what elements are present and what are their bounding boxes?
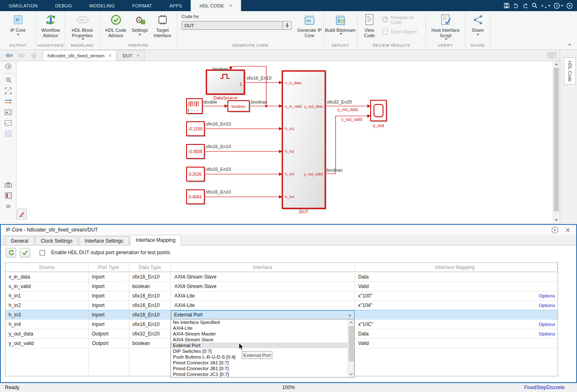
refresh-button[interactable] — [6, 248, 16, 257]
options-link[interactable]: Options — [539, 322, 555, 327]
constant-block-4[interactable]: 0.4064 — [187, 190, 206, 205]
resize-grip[interactable]: ⋰ — [571, 387, 575, 391]
sample-time-legend-button[interactable] — [17, 209, 27, 220]
header-data-type[interactable]: Data Type — [129, 263, 171, 272]
dropdown-item-pmod-jc1[interactable]: Pmod Connector JC1 [0:7] — [171, 371, 348, 377]
image-icon[interactable] — [0, 118, 17, 128]
keyboard-icon[interactable] — [547, 52, 556, 60]
panel-tab-general[interactable]: General — [5, 236, 34, 245]
interface-combobox[interactable]: External Port — [171, 310, 354, 319]
dropdown-item-axi4-lite[interactable]: AXI4-Lite — [171, 325, 348, 331]
undo-icon[interactable] — [513, 2, 519, 9]
model-tab-hdlcoder-sfir-fixed-stream[interactable]: hdlcoder_sfir_fixed_stream × — [43, 50, 116, 61]
area-box-icon[interactable] — [0, 128, 17, 139]
save-icon[interactable] — [504, 2, 510, 9]
table-row[interactable]: h_in2 Inport sfix16_En10 AXI4-Lite x"104… — [5, 300, 558, 310]
hdl-block-properties-button[interactable]: HDL HDL Block Properties — [66, 12, 99, 40]
model-canvas[interactable]: 1 DataSource boolean -0.1339 — [17, 61, 552, 223]
panel-tab-interface-mapping[interactable]: Interface Mapping — [130, 235, 181, 246]
canvas-vscrollbar[interactable] — [553, 61, 559, 223]
panel-tab-interface-settings[interactable]: Interface Settings — [79, 236, 129, 245]
cell-interface[interactable]: AXI4-Lite — [171, 301, 355, 310]
more-actions-icon[interactable]: »★ — [541, 2, 551, 9]
workflow-advisor-button[interactable]: Workflow Advisor — [38, 12, 64, 38]
datasource-block[interactable]: 1 DataSource — [206, 70, 246, 100]
constant-block-2[interactable]: -0.0838 — [187, 144, 206, 160]
tab-debug[interactable]: DEBUG — [46, 0, 80, 11]
view-code-button[interactable]: View Code — [361, 12, 378, 38]
tab-hdl-code[interactable]: HDL CODE × — [191, 0, 241, 11]
signal-lines-icon[interactable] — [0, 96, 17, 107]
table-row[interactable]: h_in1 Inport sfix16_En10 AXI4-Lite x"100… — [5, 291, 558, 300]
minimize-ribbon-icon[interactable] — [566, 2, 573, 9]
y-out-block[interactable]: y_out — [371, 100, 388, 128]
constant-block-1[interactable]: -0.1339 — [187, 122, 206, 137]
signal-builder-block[interactable] — [187, 99, 203, 115]
help-icon[interactable]: ? — [553, 2, 563, 9]
code-for-combobox[interactable]: DUT — [182, 21, 283, 30]
scroll-down-arrow[interactable] — [555, 219, 558, 221]
settings-button[interactable]: ⚙ Settings — [130, 12, 150, 35]
dropdown-scroll-down-icon[interactable] — [349, 373, 353, 375]
options-link[interactable]: Options — [539, 293, 555, 298]
collapse-ribbon-icon[interactable] — [567, 42, 572, 46]
ip-core-button[interactable]: IP IP Core — [2, 12, 35, 35]
dropdown-item-no-interface[interactable]: No Interface Specified — [171, 319, 348, 325]
options-link[interactable]: Options — [539, 303, 555, 308]
build-bitstream-button[interactable]: + + + Build Bitstream — [325, 12, 356, 35]
pin-icon[interactable] — [283, 21, 292, 30]
redo-icon[interactable] — [522, 2, 529, 9]
dut-tab-close-icon[interactable]: × — [137, 53, 140, 59]
search-icon[interactable] — [532, 2, 538, 9]
subsystem-board-icon[interactable] — [0, 190, 17, 201]
hdl-code-side-tab[interactable]: HDL Code — [564, 57, 576, 85]
validate-button[interactable] — [20, 248, 30, 257]
constant-block-3[interactable]: 0.2026 — [187, 167, 206, 182]
host-interface-script-button[interactable]: Host Interface Script — [427, 12, 464, 40]
dropdown-item-pmod-jb1[interactable]: Pmod Connector JB1 [0:7] — [171, 366, 348, 371]
tab-close-icon[interactable]: × — [229, 2, 232, 9]
dropdown-item-axi4-stream-slave[interactable]: AXI4-Stream Slave — [171, 337, 348, 342]
model-tab-dut[interactable]: DUT × — [118, 50, 144, 61]
generate-ip-core-button[interactable]: + + +>≡ Generate IP Core — [296, 12, 323, 38]
dropdown-scroll-up-icon[interactable] — [349, 321, 353, 324]
panel-tab-clock-settings[interactable]: Clock Settings — [35, 236, 78, 245]
convert-block[interactable]: boolean — [228, 101, 251, 113]
tab-apps[interactable]: APPS — [161, 0, 191, 11]
dropdown-item-axi4-stream-master[interactable]: AXI4-Stream Master — [171, 331, 348, 337]
hdl-code-advisor-button[interactable]: HDL Code Advisor — [102, 12, 130, 38]
tab-format[interactable]: FORMAT — [123, 0, 161, 11]
panel-dock-icon[interactable] — [551, 227, 558, 234]
header-interface-mapping[interactable]: Interface Mapping — [355, 263, 558, 272]
dropdown-item-pmod-ja1[interactable]: Pmod Connector JA1 [0:7] — [171, 360, 348, 366]
zoom-tool-icon[interactable] — [0, 75, 17, 85]
test-points-checkbox[interactable] — [40, 250, 45, 255]
scroll-up-arrow[interactable] — [555, 63, 558, 65]
solver-name[interactable]: FixedStepDiscrete — [524, 385, 565, 390]
panel-close-icon[interactable] — [565, 227, 570, 233]
back-arrow-icon[interactable] — [5, 52, 13, 59]
cell-interface[interactable]: AXI4-Lite — [171, 291, 355, 300]
annotation-icon[interactable]: A — [0, 107, 17, 118]
hide-browser-icon[interactable] — [0, 61, 17, 72]
table-row[interactable]: x_in_data Inport sfix16_En10 AXI4-Stream… — [5, 272, 558, 281]
dropdown-item-external-port[interactable]: External Port — [171, 342, 348, 348]
header-interface[interactable]: Interface — [171, 263, 355, 272]
dut-block[interactable]: x_in_data x_in_valid h_in1 h_in2 h_in3 h… — [282, 71, 326, 214]
table-row-selected[interactable]: h_in3 Inport sfix16_En10 External Port — [5, 310, 558, 319]
screenshot-icon[interactable] — [0, 179, 17, 190]
options-link[interactable]: Options — [539, 331, 555, 336]
tab-modeling[interactable]: MODELING — [81, 0, 124, 11]
table-row[interactable]: x_in_valid Inport boolean AXI4-Stream Sl… — [5, 281, 558, 291]
cell-interface[interactable]: AXI4-Stream Slave — [171, 282, 355, 291]
model-tab-close-icon[interactable]: × — [109, 53, 111, 59]
share-button[interactable]: Share — [467, 12, 489, 35]
target-interface-button[interactable]: Target Interface — [150, 12, 175, 38]
header-source[interactable]: Source — [5, 263, 89, 272]
expand-palette-icon[interactable] — [0, 201, 17, 212]
dropdown-scrollbar[interactable] — [348, 319, 354, 377]
cell-interface[interactable]: AXI4-Stream Slave — [171, 272, 355, 281]
tab-simulation[interactable]: SIMULATION — [0, 0, 46, 11]
scroll-thumb[interactable] — [554, 68, 559, 211]
fit-to-view-icon[interactable] — [0, 85, 17, 96]
